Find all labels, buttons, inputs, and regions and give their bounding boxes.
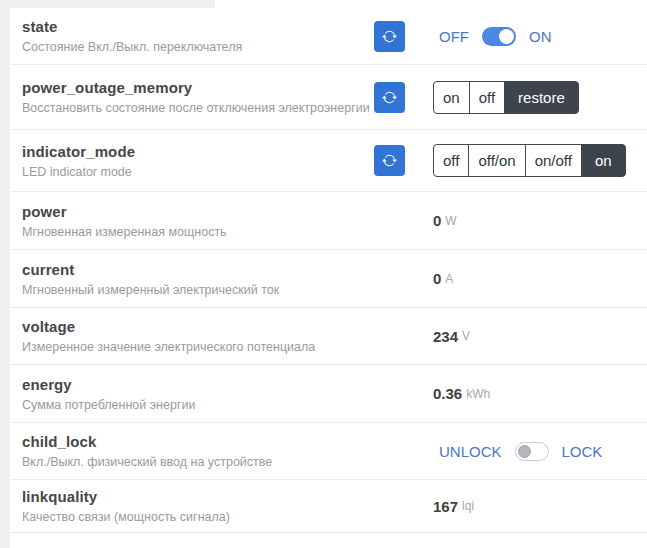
refresh-button[interactable]: [374, 21, 405, 52]
property-unit: lqi: [462, 499, 474, 513]
property-description: Состояние Вкл./Выкл. переключателя: [22, 40, 374, 54]
refresh-slot: [374, 82, 422, 113]
exposes-row-energy: energyСумма потребленной энергии0.36kWh: [10, 365, 647, 423]
option-group: offoff/onon/offon: [433, 144, 626, 177]
property-name: state: [22, 18, 374, 35]
switch-knob: [518, 445, 531, 458]
option-button-on[interactable]: on: [581, 144, 626, 177]
switch-on-label[interactable]: ON: [529, 28, 552, 45]
refresh-icon: [382, 153, 397, 168]
property-description: Измеренное значение электрического потен…: [22, 340, 374, 354]
switch-off-label[interactable]: UNLOCK: [439, 443, 502, 460]
value-control: 0.36kWh: [422, 385, 647, 402]
property-value: 234: [433, 328, 458, 345]
switch-off-label[interactable]: OFF: [439, 28, 469, 45]
refresh-button[interactable]: [374, 82, 405, 113]
property-labels: currentМгновенный измеренный электрическ…: [10, 261, 374, 297]
option-button-off[interactable]: off: [469, 81, 505, 114]
value-control: 167lqi: [422, 498, 647, 515]
property-unit: A: [445, 272, 453, 286]
exposes-row-current: currentМгновенный измеренный электрическ…: [10, 250, 647, 308]
property-labels: energyСумма потребленной энергии: [10, 376, 374, 412]
option-button-on[interactable]: on: [433, 81, 470, 114]
exposes-row-child_lock: child_lockВкл./Выкл. физический ввод на …: [10, 423, 647, 480]
property-labels: voltageИзмеренное значение электрическог…: [10, 318, 374, 354]
value-control: 0A: [422, 270, 647, 287]
page-background-top: [0, 0, 215, 8]
toggle-switch[interactable]: [482, 27, 516, 46]
property-labels: linkqualityКачество связи (мощность сигн…: [10, 488, 374, 524]
value-control: 0W: [422, 212, 647, 229]
option-button-restore[interactable]: restore: [504, 81, 579, 114]
options-control: offoff/onon/offon: [422, 144, 647, 177]
property-name: power: [22, 203, 374, 220]
toggle-control: OFFON: [422, 27, 647, 46]
property-value: 0: [433, 270, 441, 287]
property-description: Вкл./Выкл. физический ввод на устройстве: [22, 455, 374, 469]
toggle-switch[interactable]: [515, 442, 549, 461]
exposes-row-indicator_mode: indicator_modeLED indicator modeoffoff/o…: [10, 130, 647, 192]
property-value: 167: [433, 498, 458, 515]
property-description: Сумма потребленной энергии: [22, 398, 374, 412]
refresh-icon: [382, 90, 397, 105]
option-button-off[interactable]: off: [433, 144, 469, 177]
property-unit: kWh: [466, 387, 490, 401]
property-name: power_outage_memory: [22, 79, 374, 96]
property-value: 0: [433, 212, 441, 229]
options-control: onoffrestore: [422, 81, 647, 114]
property-name: voltage: [22, 318, 374, 335]
property-name: linkquality: [22, 488, 374, 505]
property-labels: powerМгновенная измеренная мощность: [10, 203, 374, 239]
value-control: 234V: [422, 328, 647, 345]
property-name: indicator_mode: [22, 143, 374, 160]
property-value: 0.36: [433, 385, 462, 402]
refresh-button[interactable]: [374, 145, 405, 176]
exposes-row-state: stateСостояние Вкл./Выкл. переключателяO…: [10, 8, 647, 65]
property-description: LED indicator mode: [22, 165, 374, 179]
property-unit: W: [445, 214, 456, 228]
property-labels: stateСостояние Вкл./Выкл. переключателя: [10, 18, 374, 54]
property-name: current: [22, 261, 374, 278]
property-description: Мгновенный измеренный электрический ток: [22, 283, 374, 297]
toggle-control: UNLOCKLOCK: [422, 442, 647, 461]
option-group: onoffrestore: [433, 81, 579, 114]
property-labels: indicator_modeLED indicator mode: [10, 143, 374, 179]
property-name: child_lock: [22, 433, 374, 450]
page-background-left: [0, 0, 10, 548]
exposes-row-power: powerМгновенная измеренная мощность0W: [10, 192, 647, 250]
switch-on-label[interactable]: LOCK: [562, 443, 603, 460]
exposes-row-linkquality: linkqualityКачество связи (мощность сигн…: [10, 480, 647, 533]
option-button-off-on[interactable]: off/on: [468, 144, 525, 177]
exposes-row-voltage: voltageИзмеренное значение электрическог…: [10, 308, 647, 365]
property-description: Восстановить состояние после отключения …: [22, 101, 374, 115]
refresh-slot: [374, 21, 422, 52]
property-name: energy: [22, 376, 374, 393]
exposes-card: stateСостояние Вкл./Выкл. переключателяO…: [10, 8, 647, 548]
refresh-icon: [382, 29, 397, 44]
switch-knob: [499, 29, 514, 44]
property-labels: power_outage_memoryВосстановить состояни…: [10, 79, 374, 115]
exposes-row-power_outage_memory: power_outage_memoryВосстановить состояни…: [10, 65, 647, 130]
property-description: Качество связи (мощность сигнала): [22, 510, 374, 524]
refresh-slot: [374, 145, 422, 176]
property-description: Мгновенная измеренная мощность: [22, 225, 374, 239]
property-labels: child_lockВкл./Выкл. физический ввод на …: [10, 433, 374, 469]
option-button-on-off[interactable]: on/off: [525, 144, 582, 177]
property-unit: V: [462, 329, 470, 343]
